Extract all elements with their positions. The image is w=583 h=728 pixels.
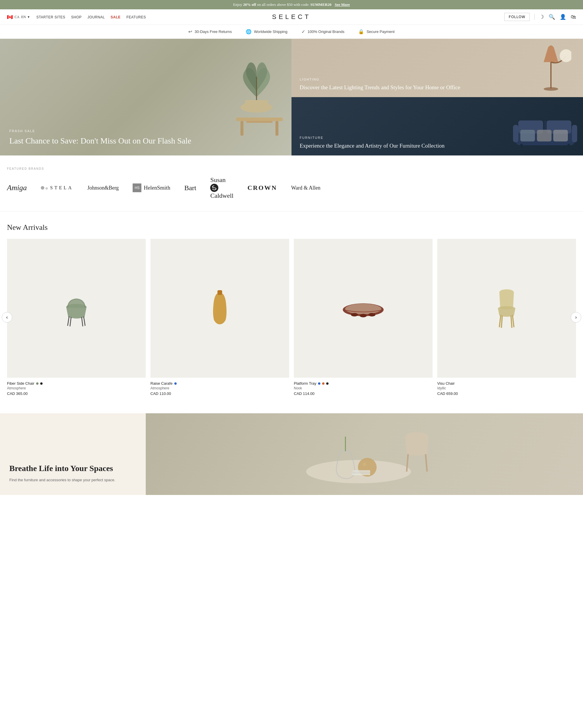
hs-badge: HS [133, 183, 141, 192]
trust-payment-label: Secure Payment [366, 29, 394, 34]
brands-section: FEATURED BRANDS Amiga STELA Johnson&Berg… [0, 155, 583, 211]
brand-susan[interactable]: Susan Caldwell [210, 176, 233, 200]
svg-point-29 [360, 314, 367, 317]
locale-selector[interactable]: 🇨🇦 CA EN ▾ [7, 14, 29, 20]
plant-illustration [230, 50, 283, 114]
top-bar: Enjoy 20% off on all orders above $50 wi… [0, 0, 583, 9]
svg-rect-3 [236, 118, 283, 121]
main-nav: 🇨🇦 CA EN ▾ STARTER SITES SHOP JOURNAL SA… [0, 9, 583, 25]
carafe-svg [208, 288, 231, 329]
returns-icon: ↩ [188, 29, 192, 34]
hero-flash-title: Last Chance to Save: Don't Miss Out on O… [9, 136, 191, 146]
svg-rect-18 [553, 130, 568, 141]
moon-icon[interactable]: ☽ [539, 14, 544, 20]
lamp-illustration [530, 42, 571, 91]
trust-shipping: 🌐 Worldwide Shipping [246, 29, 287, 34]
hero-furniture[interactable]: FURNITURE Experience the Elegance and Ar… [292, 97, 583, 155]
product-visu-chair-image [437, 239, 576, 378]
svg-rect-25 [218, 290, 222, 295]
brands-icon: ✓ [301, 29, 305, 34]
brand-bart[interactable]: Bart [184, 184, 196, 192]
svg-line-22 [84, 316, 85, 326]
nav-shop[interactable]: SHOP [71, 15, 82, 19]
product-tray[interactable]: Platform Tray Nook CAD 114.00 [294, 239, 433, 396]
tray-color-black [326, 382, 329, 385]
fiber-chair-price: CAD 365.00 [7, 391, 146, 396]
susan-label: Susan [210, 176, 226, 183]
nav-right: FOLLOW ☽ 🔍 👤 🛍 [386, 13, 576, 21]
carousel-prev-button[interactable]: ‹ [2, 312, 12, 322]
see-more-link[interactable]: See More [335, 2, 350, 7]
trust-payment: 🔒 Secure Payment [358, 29, 394, 34]
product-fiber-chair-image [7, 239, 146, 378]
caldwell-label: Caldwell [210, 192, 233, 199]
follow-button[interactable]: FOLLOW [504, 13, 530, 21]
nav-sale[interactable]: SALE [111, 15, 121, 19]
hero-furniture-title: Experience the Elegance and Artistry of … [300, 142, 445, 150]
svg-rect-41 [352, 474, 370, 475]
user-icon[interactable]: 👤 [560, 14, 566, 20]
svg-line-43 [425, 454, 427, 472]
svg-line-31 [499, 315, 501, 327]
svg-line-24 [82, 317, 83, 327]
cart-icon[interactable]: 🛍 [571, 14, 576, 20]
nav-features[interactable]: FEATURES [127, 15, 146, 19]
table-scene-illustration [277, 413, 452, 495]
brand-ward[interactable]: Ward & Allen [291, 185, 321, 191]
trust-shipping-label: Worldwide Shipping [254, 29, 287, 34]
promo-message: Enjoy 20% off on all orders above $50 wi… [233, 2, 331, 7]
brand-helen[interactable]: HS HelenSmith [133, 183, 170, 192]
carousel-next-button[interactable]: › [571, 312, 581, 322]
color-dot-blue [174, 382, 177, 385]
hero-lighting-content: LIGHTING Discover the Latest Lighting Tr… [300, 78, 460, 91]
product-tray-image [294, 239, 433, 378]
language-label: EN [21, 15, 26, 19]
brand-johnson[interactable]: Johnson&Berg [87, 185, 119, 191]
brands-list: Amiga STELA Johnson&Berg HS HelenSmith B… [7, 176, 576, 200]
chevron-down-icon: ▾ [28, 15, 29, 19]
hero-lighting-title: Discover the Latest Lighting Trends and … [300, 84, 460, 91]
product-carafe-image [150, 239, 289, 378]
banner-description: Find the furniture and accessories to sh… [9, 477, 136, 483]
svg-rect-6 [246, 121, 273, 123]
hero-lighting[interactable]: LIGHTING Discover the Latest Lighting Tr… [292, 39, 583, 97]
carafe-brand: Atmosphere [150, 386, 289, 390]
svg-line-32 [512, 315, 514, 327]
trust-returns-label: 30-Days Free Returns [194, 29, 232, 34]
tray-brand: Nook [294, 386, 433, 390]
carafe-price: CAD 110.00 [150, 391, 289, 396]
banner-title: Breathe Life into Your Spaces [9, 463, 136, 474]
products-grid: Fiber Side Chair Atmosphere CAD 365.00 [7, 239, 576, 396]
svg-rect-4 [241, 121, 243, 136]
color-dot-green [36, 382, 38, 385]
product-fiber-chair[interactable]: Fiber Side Chair Atmosphere CAD 365.00 [7, 239, 146, 396]
nav-starter-sites[interactable]: STARTER SITES [36, 15, 65, 19]
trust-returns: ↩ 30-Days Free Returns [188, 29, 232, 34]
site-logo[interactable]: SELECT [197, 13, 387, 21]
tray-name: Platform Tray [294, 381, 433, 386]
visu-chair-brand: Idyllic [437, 386, 576, 390]
search-icon[interactable]: 🔍 [549, 14, 555, 20]
svg-point-30 [368, 313, 376, 316]
hero-flash-sale[interactable]: FRASH SALE Last Chance to Save: Don't Mi… [0, 39, 292, 155]
visu-chair-name: Visu Chair [437, 381, 576, 386]
product-visu-chair[interactable]: Visu Chair Idyllic CAD 659.00 [437, 239, 576, 396]
helen-label: HelenSmith [144, 185, 170, 191]
hero-furniture-tag: FURNITURE [300, 136, 445, 139]
arrivals-section: New Arrivals ‹ [0, 211, 583, 408]
hero-left-content: FRASH SALE Last Chance to Save: Don't Mi… [9, 129, 191, 146]
tray-price: CAD 114.00 [294, 391, 433, 396]
brand-stela[interactable]: STELA [41, 185, 74, 190]
nav-journal[interactable]: JOURNAL [87, 15, 105, 19]
hero-grid: FRASH SALE Last Chance to Save: Don't Mi… [0, 39, 583, 155]
product-carousel: ‹ Fi [7, 239, 576, 396]
visu-chair-svg [489, 286, 524, 330]
payment-icon: 🔒 [358, 29, 364, 34]
brands-label: FEATURED BRANDS [7, 167, 576, 170]
svg-rect-5 [275, 121, 278, 136]
svg-line-23 [70, 317, 71, 327]
brand-amiga[interactable]: Amiga [7, 183, 27, 192]
product-carafe[interactable]: Raise Carafe Atmosphere CAD 110.00 [150, 239, 289, 396]
svg-rect-19 [520, 144, 523, 147]
brand-crown[interactable]: CROWN [248, 184, 277, 192]
